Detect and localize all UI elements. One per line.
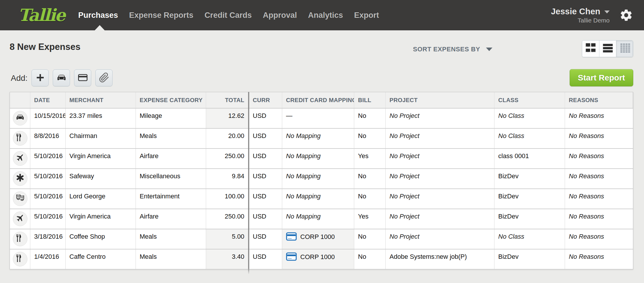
bill-cell[interactable]: No: [354, 169, 386, 188]
expense-row[interactable]: 8/8/2016ChairmanMeals20.00USDNo MappingN…: [10, 128, 633, 148]
currency-cell[interactable]: USD: [249, 249, 282, 269]
credit-card-mapping-cell[interactable]: No Mapping: [282, 209, 354, 229]
credit-card-mapping-cell[interactable]: No Mapping: [282, 189, 354, 209]
expense-row[interactable]: 5/10/2016Virgin AmericaAirfare250.00USDN…: [10, 148, 633, 168]
merchant-cell[interactable]: Chairman: [66, 129, 136, 148]
reasons-cell[interactable]: No Reasons: [565, 189, 633, 209]
date-cell[interactable]: 3/18/2016: [30, 229, 66, 249]
class-cell[interactable]: BizDev: [494, 169, 565, 188]
category-cell[interactable]: Miscellaneous: [136, 169, 206, 188]
expense-row[interactable]: 5/10/2016SafewayMiscellaneous9.84USDNo M…: [10, 168, 633, 188]
date-cell[interactable]: 5/10/2016: [30, 149, 66, 168]
sort-expenses-dropdown[interactable]: SORT EXPENSES BY: [413, 46, 492, 53]
credit-card-mapping-cell[interactable]: CORP 1000: [282, 249, 354, 269]
add-credit-card-button[interactable]: [74, 69, 91, 86]
add-receipt-button[interactable]: [95, 69, 113, 86]
bill-cell[interactable]: No: [354, 189, 386, 209]
list-view-button[interactable]: [599, 41, 616, 57]
project-cell[interactable]: No Project: [386, 169, 494, 188]
category-cell[interactable]: Meals: [136, 229, 206, 249]
total-cell[interactable]: 250.00: [206, 149, 249, 168]
gear-icon[interactable]: [620, 8, 633, 22]
bill-cell[interactable]: Yes: [354, 149, 386, 168]
credit-card-mapping-cell[interactable]: —: [282, 109, 354, 128]
date-cell[interactable]: 10/15/2016: [30, 109, 66, 128]
credit-card-mapping-cell[interactable]: No Mapping: [282, 149, 354, 168]
date-cell[interactable]: 5/10/2016: [30, 209, 66, 229]
merchant-cell[interactable]: Coffee Shop: [66, 229, 136, 249]
reasons-cell[interactable]: No Reasons: [565, 109, 633, 128]
currency-cell[interactable]: USD: [249, 169, 282, 188]
total-cell[interactable]: 3.40: [206, 249, 249, 269]
currency-cell[interactable]: USD: [249, 189, 282, 209]
category-cell[interactable]: Mileage: [136, 109, 206, 128]
date-cell[interactable]: 8/8/2016: [30, 129, 66, 148]
currency-cell[interactable]: USD: [249, 209, 282, 229]
project-cell[interactable]: No Project: [386, 229, 494, 249]
category-cell[interactable]: Airfare: [136, 149, 206, 168]
date-cell[interactable]: 5/10/2016: [30, 169, 66, 188]
reasons-cell[interactable]: No Reasons: [565, 149, 633, 168]
project-cell[interactable]: No Project: [386, 189, 494, 209]
project-cell[interactable]: Adobe Systems:new job(P): [386, 249, 494, 269]
project-cell[interactable]: No Project: [386, 209, 494, 229]
merchant-cell[interactable]: Virgin America: [66, 149, 136, 168]
nav-item-credit-cards[interactable]: Credit Cards: [204, 11, 252, 20]
merchant-cell[interactable]: Lord George: [66, 189, 136, 209]
class-cell[interactable]: BizDev: [494, 209, 565, 229]
date-cell[interactable]: 5/10/2016: [30, 189, 66, 209]
tallie-logo[interactable]: Tallie: [18, 5, 65, 25]
nav-item-purchases[interactable]: Purchases: [78, 11, 118, 20]
currency-cell[interactable]: USD: [249, 129, 282, 148]
credit-card-mapping-cell[interactable]: No Mapping: [282, 169, 354, 188]
nav-item-expense-reports[interactable]: Expense Reports: [129, 11, 194, 20]
add-mileage-button[interactable]: [53, 69, 70, 86]
category-cell[interactable]: Meals: [136, 129, 206, 148]
class-cell[interactable]: BizDev: [494, 249, 565, 269]
merchant-cell[interactable]: 23.37 miles: [66, 109, 136, 128]
expense-row[interactable]: 5/10/2016Virgin AmericaAirfare250.00USDN…: [10, 209, 633, 229]
merchant-cell[interactable]: Caffe Centro: [66, 249, 136, 269]
bill-cell[interactable]: Yes: [354, 209, 386, 229]
user-menu[interactable]: Jessie Chen Tallie Demo: [551, 7, 610, 24]
total-cell[interactable]: 12.62: [206, 109, 249, 128]
class-cell[interactable]: class 0001: [494, 149, 565, 168]
reasons-cell[interactable]: No Reasons: [565, 169, 633, 188]
nav-item-export[interactable]: Export: [354, 11, 379, 20]
class-cell[interactable]: No Class: [494, 229, 565, 249]
table-view-button[interactable]: [616, 41, 633, 57]
expense-row[interactable]: 1/4/2016Caffe CentroMeals3.40USDCORP 100…: [10, 249, 633, 269]
class-cell[interactable]: BizDev: [494, 189, 565, 209]
start-report-button[interactable]: Start Report: [570, 69, 633, 86]
total-cell[interactable]: 100.00: [206, 189, 249, 209]
bill-cell[interactable]: No: [354, 109, 386, 128]
project-cell[interactable]: No Project: [386, 129, 494, 148]
expense-row[interactable]: 3/18/2016Coffee ShopMeals5.00USDCORP 100…: [10, 229, 633, 249]
category-cell[interactable]: Entertainment: [136, 189, 206, 209]
total-cell[interactable]: 5.00: [206, 229, 249, 249]
merchant-cell[interactable]: Virgin America: [66, 209, 136, 229]
category-cell[interactable]: Airfare: [136, 209, 206, 229]
credit-card-mapping-cell[interactable]: No Mapping: [282, 129, 354, 148]
bill-cell[interactable]: No: [354, 249, 386, 269]
currency-cell[interactable]: USD: [249, 149, 282, 168]
reasons-cell[interactable]: No Reasons: [565, 129, 633, 148]
merchant-cell[interactable]: Safeway: [66, 169, 136, 188]
total-cell[interactable]: 20.00: [206, 129, 249, 148]
reasons-cell[interactable]: No Reasons: [565, 209, 633, 229]
total-cell[interactable]: 9.84: [206, 169, 249, 188]
currency-cell[interactable]: USD: [249, 229, 282, 249]
total-cell[interactable]: 250.00: [206, 209, 249, 229]
category-cell[interactable]: Meals: [136, 249, 206, 269]
expense-row[interactable]: 5/10/2016Lord GeorgeEntertainment100.00U…: [10, 188, 633, 209]
reasons-cell[interactable]: No Reasons: [565, 229, 633, 249]
nav-item-approval[interactable]: Approval: [263, 11, 297, 20]
project-cell[interactable]: No Project: [386, 109, 494, 128]
class-cell[interactable]: No Class: [494, 109, 565, 128]
expense-row[interactable]: 10/15/201623.37 milesMileage12.62USD—NoN…: [10, 108, 633, 128]
class-cell[interactable]: No Class: [494, 129, 565, 148]
project-cell[interactable]: No Project: [386, 149, 494, 168]
nav-item-analytics[interactable]: Analytics: [308, 11, 343, 20]
bill-cell[interactable]: No: [354, 229, 386, 249]
credit-card-mapping-cell[interactable]: CORP 1000: [282, 229, 354, 249]
